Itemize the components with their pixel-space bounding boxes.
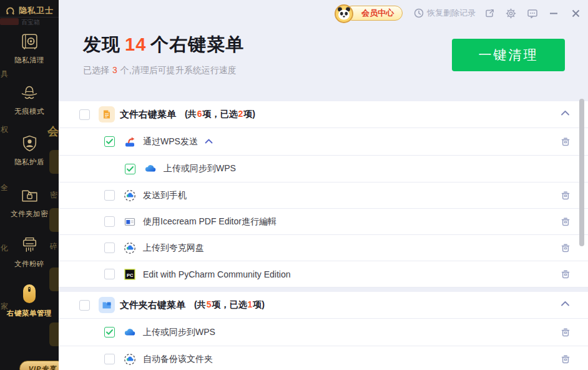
divider — [0, 17, 59, 18]
minimize-icon[interactable] — [549, 8, 559, 18]
sidebar-item-context-menu-manager[interactable]: 右键菜单管理 — [0, 282, 59, 318]
shield-user-icon — [19, 133, 40, 154]
sidebar-item-privacy-clean[interactable]: 隐私清理 — [0, 31, 59, 65]
main-panel: 会员中心 恢复删除记录 — [59, 0, 588, 370]
delete-button[interactable] — [560, 242, 571, 254]
background-window-fragment: 具 — [1, 69, 8, 79]
spy-icon — [19, 82, 40, 103]
menu-item-label: 上传或同步到WPS — [143, 327, 215, 338]
section-gap — [59, 288, 588, 292]
sidebar-item-label: 隐私护盾 — [14, 158, 44, 167]
menu-item-row[interactable]: 上传或同步到WPS — [59, 319, 588, 346]
checkbox-checked[interactable] — [104, 327, 115, 338]
sidebar-item-privacy-shield[interactable]: 隐私护盾 — [0, 133, 59, 167]
checkbox[interactable] — [104, 354, 115, 364]
checkbox-checked[interactable] — [104, 136, 115, 147]
one-click-clean-button[interactable]: 一键清理 — [452, 39, 565, 71]
pycharm-icon: PC — [124, 268, 136, 281]
page-subtitle: 已选择3个,清理后可提升系统运行速度 — [83, 65, 244, 76]
background-window-fragment — [49, 322, 59, 346]
mouse-icon — [19, 282, 40, 305]
delete-button[interactable] — [560, 190, 571, 201]
svg-text:PC: PC — [127, 272, 134, 278]
folder-icon — [99, 297, 115, 313]
vip-button[interactable]: VIP专享 — [19, 361, 59, 370]
group-title: 文件夹右键菜单 — [120, 299, 185, 311]
shredder-icon — [19, 235, 40, 256]
sidebar: 具 权 全 化 家 会 盾 密 碎 隐私卫士 百宝箱 — [0, 0, 59, 370]
logo-icon — [5, 6, 16, 16]
wps-cloud-icon — [124, 326, 136, 339]
cloud-sync-icon — [124, 242, 136, 254]
cloud-sync-icon — [124, 189, 136, 202]
delete-button[interactable] — [560, 216, 571, 228]
folder-lock-icon — [19, 185, 40, 206]
menu-item-label: 自动备份该文件夹 — [143, 354, 213, 365]
app-logo: 隐私卫士 — [5, 5, 54, 16]
chevron-up-icon[interactable] — [204, 136, 213, 148]
background-window-fragment: 百宝箱 — [0, 18, 59, 26]
member-center-button[interactable]: 会员中心 — [345, 6, 403, 21]
group-header-folder-menu[interactable]: 文件夹右键菜单 (共5项，已选1项) — [59, 292, 588, 319]
chevron-up-icon[interactable] — [560, 109, 571, 120]
feedback-icon[interactable] — [527, 8, 538, 19]
sidebar-item-folder-encrypt[interactable]: 文件夹加密 — [0, 185, 59, 219]
panda-icon — [334, 4, 354, 26]
menu-item-label: 发送到手机 — [143, 190, 187, 201]
checkbox[interactable] — [104, 242, 115, 253]
menu-item-row[interactable]: 上传到夸克网盘 — [59, 235, 588, 261]
member-center-label: 会员中心 — [361, 8, 394, 19]
file-doc-icon — [99, 106, 115, 122]
checkbox[interactable] — [104, 216, 115, 227]
cloud-sync-icon — [124, 353, 136, 366]
share-icon[interactable] — [484, 8, 495, 19]
checkbox[interactable] — [104, 190, 115, 201]
checkbox[interactable] — [104, 269, 115, 279]
group-count: (共5项，已选1项) — [194, 299, 265, 311]
wps-cloud-icon — [144, 162, 157, 175]
menu-item-label: 使用Icecream PDF Editor進行編輯 — [143, 216, 277, 228]
checkbox[interactable] — [79, 109, 90, 120]
background-window-fragment — [0, 18, 19, 25]
delete-button[interactable] — [560, 354, 571, 365]
menu-subitem-row[interactable]: 上传或同步到WPS — [59, 156, 588, 182]
menu-item-row[interactable]: PC Edit with PyCharm Community Edition — [59, 261, 588, 288]
menu-item-label: 通过WPS发送 — [143, 136, 198, 148]
pdf-editor-icon — [124, 216, 136, 228]
delete-button[interactable] — [560, 327, 571, 338]
selected-count: 3 — [112, 65, 117, 75]
page-title: 发现14个右键菜单 — [83, 32, 244, 58]
sidebar-item-traceless-mode[interactable]: 无痕模式 — [0, 82, 59, 116]
sidebar-item-label: 无痕模式 — [14, 107, 44, 116]
titlebar: 会员中心 恢复删除记录 — [59, 0, 588, 26]
wps-send-icon — [124, 136, 136, 148]
group-count: (共6项，已选2项) — [185, 109, 255, 120]
group-header-file-menu[interactable]: 文件右键菜单 (共6项，已选2项) — [59, 101, 588, 128]
checkbox-checked[interactable] — [125, 164, 135, 174]
group-title: 文件右键菜单 — [120, 109, 176, 121]
sidebar-item-label: 文件夹加密 — [11, 209, 48, 219]
checkbox[interactable] — [79, 300, 90, 311]
menu-item-row[interactable]: 发送到手机 — [59, 182, 588, 209]
menu-item-label: 上传到夸克网盘 — [143, 242, 204, 254]
menu-item-row[interactable]: 使用Icecream PDF Editor進行編輯 — [59, 209, 588, 235]
restore-records-button[interactable]: 恢复删除记录 — [414, 8, 476, 19]
sidebar-item-label: 右键菜单管理 — [7, 309, 52, 318]
menu-item-label: Edit with PyCharm Community Edition — [143, 269, 291, 279]
menu-item-row[interactable]: 通过WPS发送 — [59, 128, 588, 156]
clock-icon — [414, 8, 424, 18]
close-icon[interactable] — [571, 9, 581, 18]
safe-icon — [19, 31, 40, 52]
scrollbar[interactable] — [579, 99, 584, 246]
gear-icon[interactable] — [506, 8, 516, 19]
restore-records-label: 恢复删除记录 — [427, 8, 476, 19]
chevron-up-icon[interactable] — [560, 299, 571, 311]
sidebar-item-file-shred[interactable]: 文件粉碎 — [0, 235, 59, 269]
page-header: 发现14个右键菜单 已选择3个,清理后可提升系统运行速度 — [83, 32, 244, 76]
delete-button[interactable] — [560, 269, 571, 280]
menu-item-label: 上传或同步到WPS — [164, 163, 236, 174]
menu-item-row[interactable]: 自动备份该文件夹 — [59, 346, 588, 370]
sidebar-item-label: 隐私清理 — [14, 56, 44, 65]
delete-button[interactable] — [560, 136, 571, 148]
app-title: 隐私卫士 — [19, 5, 54, 16]
